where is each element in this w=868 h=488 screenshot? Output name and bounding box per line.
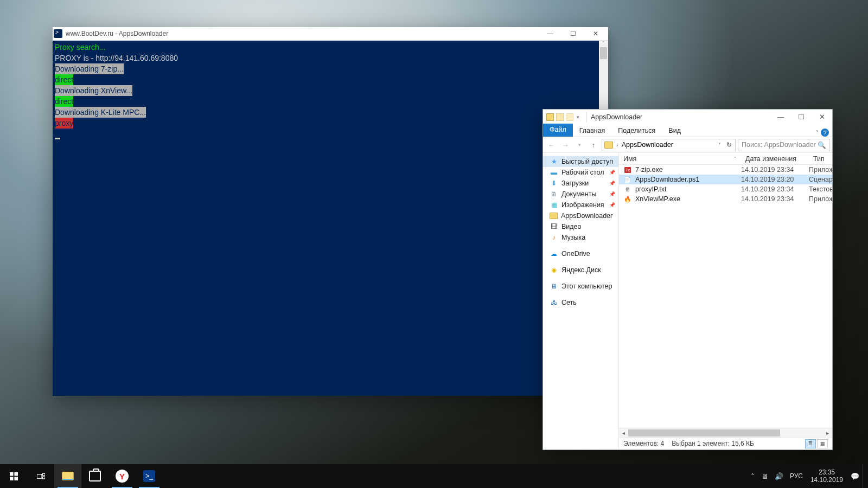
window-title: AppsDownloader xyxy=(588,113,642,121)
qat-icon[interactable] xyxy=(556,113,564,121)
file-date: 14.10.2019 23:34 xyxy=(741,185,809,193)
sidebar-item-downloads[interactable]: ⬇Загрузки📌 xyxy=(543,178,618,189)
tray-notifications-icon[interactable]: 💬 xyxy=(847,472,863,480)
file-name: AppsDownloader.ps1 xyxy=(635,176,699,183)
taskbar-powershell[interactable]: >_ xyxy=(136,464,163,488)
file-row[interactable]: 🗎proxyIP.txt14.10.2019 23:34Текстовы xyxy=(619,184,832,194)
status-bar: Элементов: 4 Выбран 1 элемент: 15,6 КБ ≣… xyxy=(619,437,832,450)
search-input[interactable]: Поиск: AppsDownloader 🔍 xyxy=(738,139,830,151)
file-name: XnViewMP.exe xyxy=(635,195,680,203)
onedrive-icon: ☁ xyxy=(550,250,558,258)
file-date: 14.10.2019 23:34 xyxy=(741,166,809,174)
horizontal-scrollbar[interactable]: ◂ ▸ xyxy=(619,428,832,437)
ribbon-expand-icon[interactable]: ˅ xyxy=(816,130,819,136)
refresh-icon[interactable]: ↻ xyxy=(725,141,733,149)
close-button[interactable]: ✕ xyxy=(812,110,832,124)
tray-network-icon[interactable]: 🖥 xyxy=(758,472,771,480)
taskbar-store[interactable] xyxy=(81,464,108,488)
sidebar-item-yandex[interactable]: ◉Яндекс.Диск xyxy=(543,265,618,275)
taskbar-yandex[interactable]: Y xyxy=(108,464,136,488)
close-button[interactable]: ✕ xyxy=(584,27,607,41)
maximize-button[interactable]: ☐ xyxy=(561,27,584,41)
tab-view[interactable]: Вид xyxy=(662,125,687,137)
ps-title: www.BootDev.ru - AppsDownloader xyxy=(66,30,168,37)
taskbar-explorer[interactable] xyxy=(54,464,81,488)
sidebar-item-desktop[interactable]: ▬Рабочий стол📌 xyxy=(543,167,618,178)
column-headers: Имя˄ Дата изменения Тип xyxy=(619,153,832,165)
tray-clock[interactable]: 23:35 14.10.2019 xyxy=(806,468,847,484)
yandex-disk-icon: ◉ xyxy=(550,266,558,274)
sidebar-item-thispc[interactable]: 🖥Этот компьютер xyxy=(543,281,618,292)
sidebar-item-onedrive[interactable]: ☁OneDrive xyxy=(543,248,618,259)
help-icon[interactable]: ? xyxy=(821,129,829,137)
col-date[interactable]: Дата изменения xyxy=(741,155,809,163)
tab-home[interactable]: Главная xyxy=(573,125,612,137)
status-selected: Выбран 1 элемент: 15,6 КБ xyxy=(672,440,754,447)
file-row[interactable]: 📄AppsDownloader.ps114.10.2019 23:20Сцена… xyxy=(619,175,832,184)
store-icon xyxy=(89,471,101,481)
tray-chevron-icon[interactable]: ˄ xyxy=(748,472,758,480)
view-details-button[interactable]: ≣ xyxy=(805,439,816,448)
col-type[interactable]: Тип xyxy=(809,155,832,163)
sidebar-item-apps[interactable]: AppsDownloader xyxy=(543,210,618,221)
nav-up-icon[interactable]: ↑ xyxy=(588,141,599,149)
sidebar-item-music[interactable]: ♪Музыка xyxy=(543,232,618,243)
sidebar-item-video[interactable]: 🎞Видео xyxy=(543,221,618,232)
clock-date: 14.10.2019 xyxy=(810,476,843,484)
nav-recent-icon[interactable]: ▾ xyxy=(573,142,585,147)
explorer-window: ▾ AppsDownloader — ☐ ✕ Файл Главная Поде… xyxy=(542,109,833,450)
sidebar-item-documents[interactable]: 🗎Документы📌 xyxy=(543,189,618,200)
minimize-button[interactable]: — xyxy=(770,110,791,124)
ps-titlebar[interactable]: www.BootDev.ru - AppsDownloader — ☐ ✕ xyxy=(53,27,608,41)
file-row[interactable]: 7z7-zip.exe14.10.2019 23:34Приложе xyxy=(619,165,832,175)
tab-share[interactable]: Поделиться xyxy=(611,125,662,137)
tray-volume-icon[interactable]: 🔊 xyxy=(771,472,787,480)
breadcrumb[interactable]: AppsDownloader xyxy=(622,141,673,149)
file-list[interactable]: 7z7-zip.exe14.10.2019 23:34Приложе📄AppsD… xyxy=(619,165,832,428)
scroll-left-icon[interactable]: ◂ xyxy=(619,430,628,436)
view-icons-button[interactable]: ▦ xyxy=(817,439,828,448)
taskview-icon xyxy=(37,472,45,480)
address-bar[interactable]: › AppsDownloader ˅ ↻ xyxy=(602,139,736,151)
minimize-button[interactable]: — xyxy=(539,27,561,41)
nav-fwd-icon[interactable]: → xyxy=(559,141,571,149)
tab-file[interactable]: Файл xyxy=(543,124,573,137)
nav-back-icon[interactable]: ← xyxy=(545,141,557,149)
search-icon[interactable]: 🔍 xyxy=(818,141,826,149)
qat-chevron-icon[interactable]: ▾ xyxy=(575,114,582,120)
file-row[interactable]: 🔥XnViewMP.exe14.10.2019 23:34Приложе xyxy=(619,194,832,204)
sidebar: ★Быстрый доступ ▬Рабочий стол📌 ⬇Загрузки… xyxy=(543,153,619,450)
scroll-up-icon[interactable]: ˄ xyxy=(602,41,605,46)
taskview-button[interactable] xyxy=(27,464,54,488)
start-button[interactable] xyxy=(0,464,27,488)
show-desktop-button[interactable] xyxy=(863,464,866,488)
file-date: 14.10.2019 23:20 xyxy=(741,176,809,183)
qat-icon-2[interactable] xyxy=(566,113,573,121)
file-name: proxyIP.txt xyxy=(635,185,666,193)
file-icon: 📄 xyxy=(623,175,632,184)
documents-icon: 🗎 xyxy=(550,190,558,198)
sidebar-item-network[interactable]: 🖧Сеть xyxy=(543,297,618,308)
nav-bar: ← → ▾ ↑ › AppsDownloader ˅ ↻ Поиск: Apps… xyxy=(543,137,832,153)
hscroll-thumb[interactable] xyxy=(628,429,780,436)
pin-icon: 📌 xyxy=(609,170,615,175)
file-type: Приложе xyxy=(809,166,832,174)
windows-icon xyxy=(10,472,18,480)
star-icon: ★ xyxy=(550,158,558,165)
file-pane: Имя˄ Дата изменения Тип 7z7-zip.exe14.10… xyxy=(619,153,832,450)
sidebar-item-pictures[interactable]: ▦Изображения📌 xyxy=(543,200,618,210)
terminal-output[interactable]: Proxy search...PROXY is - http://94.141.… xyxy=(53,41,599,396)
status-items: Элементов: 4 xyxy=(623,440,664,447)
scroll-thumb[interactable] xyxy=(600,47,607,59)
desktop-icon: ▬ xyxy=(550,169,558,176)
address-dropdown-icon[interactable]: ˅ xyxy=(717,142,722,148)
sidebar-item-quick[interactable]: ★Быстрый доступ xyxy=(543,156,618,167)
tray-language[interactable]: РУС xyxy=(787,472,806,480)
file-type: Текстовы xyxy=(809,185,832,193)
scroll-right-icon[interactable]: ▸ xyxy=(823,430,832,436)
file-date: 14.10.2019 23:34 xyxy=(741,195,809,203)
col-name[interactable]: Имя˄ xyxy=(619,155,741,163)
explorer-titlebar[interactable]: ▾ AppsDownloader — ☐ ✕ xyxy=(543,110,832,124)
maximize-button[interactable]: ☐ xyxy=(791,110,812,124)
powershell-icon xyxy=(54,29,62,38)
